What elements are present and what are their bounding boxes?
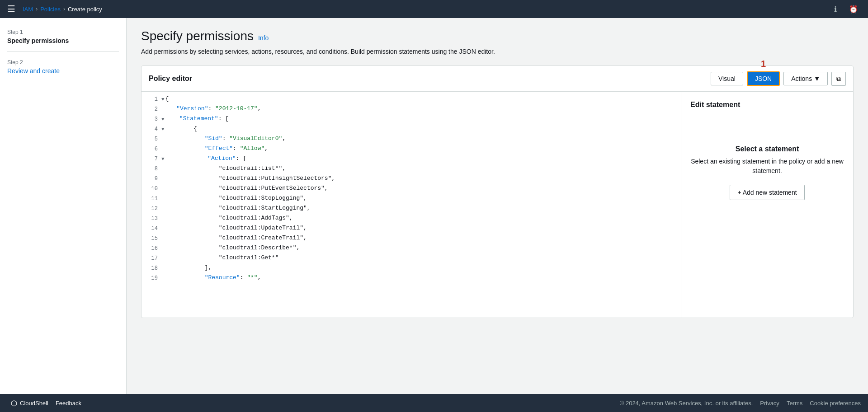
line-content: "cloudtrail:List*", bbox=[162, 165, 286, 172]
cloudshell-label: CloudShell bbox=[20, 400, 48, 407]
editor-body: 1▼{2 "Version": "2012-10-17",3▼ "Stateme… bbox=[142, 92, 853, 318]
line-content: "Resource": "*", bbox=[162, 274, 261, 281]
step2-label: Step 2 bbox=[7, 59, 119, 66]
line-content: "cloudtrail:PutInsightSelectors", bbox=[162, 175, 335, 182]
breadcrumb-iam-link[interactable]: IAM bbox=[23, 6, 33, 13]
fold-arrow-icon[interactable]: ▼ bbox=[161, 115, 165, 122]
line-content: "cloudtrail:PutEventSelectors", bbox=[162, 185, 328, 192]
code-line: 11 "cloudtrail:StopLogging", bbox=[142, 195, 681, 205]
code-line: 15 "cloudtrail:CreateTrail", bbox=[142, 234, 681, 244]
json-tab-button[interactable]: JSON bbox=[747, 71, 780, 86]
breadcrumb-current: Create policy bbox=[68, 6, 102, 13]
line-content: ], bbox=[162, 264, 212, 271]
cloudshell-button[interactable]: ⬡ CloudShell bbox=[7, 397, 52, 409]
line-content: "cloudtrail:Describe*", bbox=[162, 244, 300, 251]
actions-dropdown-arrow-icon: ▼ bbox=[814, 75, 820, 82]
line-number: 16 bbox=[145, 244, 158, 252]
right-panel: Edit statement Select a statement Select… bbox=[681, 92, 853, 318]
code-editor-area[interactable]: 1▼{2 "Version": "2012-10-17",3▼ "Stateme… bbox=[142, 92, 681, 318]
bottom-bar: ⬡ CloudShell Feedback © 2024, Amazon Web… bbox=[0, 394, 868, 412]
fold-arrow-icon[interactable]: ▼ bbox=[161, 95, 165, 102]
actions-dropdown-button[interactable]: Actions ▼ bbox=[783, 72, 828, 85]
clock-icon[interactable]: ⏰ bbox=[846, 2, 861, 16]
copyright-text: © 2024, Amazon Web Services, Inc. or its… bbox=[620, 400, 753, 407]
line-content: "cloudtrail:AddTags", bbox=[162, 215, 293, 221]
line-number: 18 bbox=[145, 264, 158, 272]
bottom-right-links: © 2024, Amazon Web Services, Inc. or its… bbox=[620, 400, 861, 407]
hamburger-menu-icon[interactable]: ☰ bbox=[7, 4, 15, 14]
privacy-link[interactable]: Privacy bbox=[760, 400, 779, 407]
editor-toolbar: Visual 1 JSON Actions ▼ ⧉ bbox=[711, 71, 846, 86]
visual-tab-button[interactable]: Visual bbox=[711, 72, 743, 85]
step1-title: Specify permissions bbox=[7, 37, 119, 44]
code-line: 17 "cloudtrail:Get*" bbox=[142, 254, 681, 264]
top-navigation-bar: ☰ IAM › Policies › Create policy ℹ ⏰ bbox=[0, 0, 868, 18]
cookie-preferences-link[interactable]: Cookie preferences bbox=[810, 400, 861, 407]
line-number: 12 bbox=[145, 205, 158, 212]
line-content: "cloudtrail:StartLogging", bbox=[162, 205, 311, 211]
editor-extra-icon-button[interactable]: ⧉ bbox=[831, 72, 846, 86]
info-circle-icon[interactable]: ℹ bbox=[828, 2, 843, 16]
line-number: 17 bbox=[145, 254, 158, 262]
line-number: 6 bbox=[145, 145, 158, 152]
breadcrumb-policies-link[interactable]: Policies bbox=[40, 6, 61, 13]
line-content: "Action": [ bbox=[165, 155, 246, 162]
fold-arrow-icon[interactable]: ▼ bbox=[161, 155, 165, 162]
select-statement-heading: Select a statement bbox=[690, 145, 844, 153]
terms-link[interactable]: Terms bbox=[787, 400, 802, 407]
page-description: Add permissions by selecting services, a… bbox=[141, 47, 854, 56]
line-number: 11 bbox=[145, 195, 158, 202]
line-number: 5 bbox=[145, 135, 158, 142]
line-number: 13 bbox=[145, 215, 158, 222]
step1-label: Step 1 bbox=[7, 29, 119, 35]
breadcrumb-sep-2: › bbox=[63, 6, 65, 12]
feedback-button[interactable]: Feedback bbox=[52, 398, 85, 408]
code-line: 13 "cloudtrail:AddTags", bbox=[142, 215, 681, 225]
line-number: 10 bbox=[145, 185, 158, 192]
annotation-number-1: 1 bbox=[761, 59, 766, 69]
code-line: 3▼ "Statement": [ bbox=[142, 115, 681, 125]
fold-arrow-icon[interactable]: ▼ bbox=[161, 125, 165, 132]
edit-statement-title: Edit statement bbox=[690, 101, 844, 109]
code-line: 9 "cloudtrail:PutInsightSelectors", bbox=[142, 175, 681, 185]
line-content: "Statement": [ bbox=[165, 115, 229, 122]
select-statement-section: Select a statement Select an existing st… bbox=[690, 145, 844, 200]
code-line: 18 ], bbox=[142, 264, 681, 274]
step2-title[interactable]: Review and create bbox=[7, 67, 119, 75]
sidebar-divider bbox=[7, 52, 119, 52]
line-number: 9 bbox=[145, 175, 158, 182]
line-number: 1 bbox=[145, 95, 158, 103]
code-line: 8 "cloudtrail:List*", bbox=[142, 165, 681, 175]
editor-title: Policy editor bbox=[149, 75, 707, 83]
line-number: 19 bbox=[145, 274, 158, 281]
code-line: 12 "cloudtrail:StartLogging", bbox=[142, 205, 681, 215]
line-content: "cloudtrail:CreateTrail", bbox=[162, 234, 307, 241]
line-content: { bbox=[165, 95, 169, 102]
code-line: 1▼{ bbox=[142, 95, 681, 105]
cloudshell-icon: ⬡ bbox=[11, 399, 17, 407]
code-line: 2 "Version": "2012-10-17", bbox=[142, 105, 681, 115]
code-line: 14 "cloudtrail:UpdateTrail", bbox=[142, 225, 681, 234]
line-content: "Sid": "VisualEditor0", bbox=[162, 135, 286, 142]
add-new-statement-button[interactable]: + Add new statement bbox=[730, 185, 804, 200]
line-number: 8 bbox=[145, 165, 158, 172]
line-content: "Version": "2012-10-17", bbox=[162, 105, 261, 112]
code-line: 16 "cloudtrail:Describe*", bbox=[142, 244, 681, 254]
line-content: "cloudtrail:UpdateTrail", bbox=[162, 225, 307, 231]
code-line: 7▼ "Action": [ bbox=[142, 155, 681, 165]
line-number: 4 bbox=[145, 125, 158, 132]
editor-header: Policy editor Visual 1 JSON Actions ▼ ⧉ bbox=[142, 66, 853, 92]
breadcrumb: IAM › Policies › Create policy bbox=[23, 6, 102, 13]
code-line: 10 "cloudtrail:PutEventSelectors", bbox=[142, 185, 681, 195]
page-title: Specify permissions bbox=[141, 29, 254, 43]
line-number: 14 bbox=[145, 225, 158, 232]
line-number: 15 bbox=[145, 234, 158, 242]
line-content: "cloudtrail:StopLogging", bbox=[162, 195, 307, 201]
line-content: "Effect": "Allow", bbox=[162, 145, 268, 152]
line-number: 3 bbox=[145, 115, 158, 122]
code-line: 5 "Sid": "VisualEditor0", bbox=[142, 135, 681, 145]
line-number: 7 bbox=[145, 155, 158, 162]
info-link[interactable]: Info bbox=[258, 34, 269, 42]
policy-editor-card: Policy editor Visual 1 JSON Actions ▼ ⧉ bbox=[141, 66, 854, 318]
code-line: 6 "Effect": "Allow", bbox=[142, 145, 681, 155]
